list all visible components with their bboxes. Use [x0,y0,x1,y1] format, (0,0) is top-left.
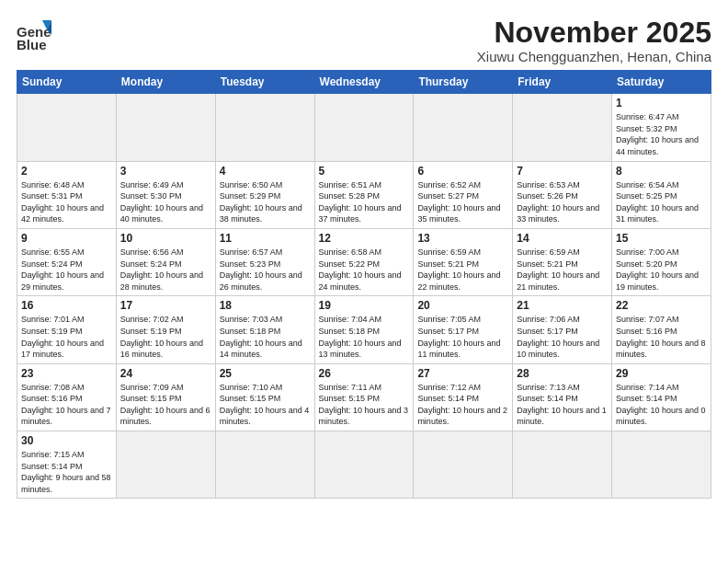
day-number: 14 [517,232,608,245]
table-row: 1Sunrise: 6:47 AM Sunset: 5:32 PM Daylig… [612,94,711,161]
week-row-3: 9Sunrise: 6:55 AM Sunset: 5:24 PM Daylig… [17,228,711,295]
location-title: Xiuwu Chengguanzhen, Henan, China [477,49,711,64]
table-row: 29Sunrise: 7:14 AM Sunset: 5:14 PM Dayli… [612,363,711,431]
table-row [314,431,414,499]
table-row: 5Sunrise: 6:51 AM Sunset: 5:28 PM Daylig… [314,161,414,228]
month-title: November 2025 [477,17,711,49]
day-info: Sunrise: 7:03 AM Sunset: 5:18 PM Dayligh… [220,314,311,360]
table-row [215,431,314,499]
day-info: Sunrise: 6:51 AM Sunset: 5:28 PM Dayligh… [319,179,410,225]
week-row-6: 30Sunrise: 7:15 AM Sunset: 5:14 PM Dayli… [17,431,711,499]
day-info: Sunrise: 7:01 AM Sunset: 5:19 PM Dayligh… [21,314,112,360]
day-number: 16 [21,299,112,312]
table-row: 6Sunrise: 6:52 AM Sunset: 5:27 PM Daylig… [414,161,513,228]
day-info: Sunrise: 6:50 AM Sunset: 5:29 PM Dayligh… [220,179,311,225]
header-monday: Monday [116,71,215,94]
table-row [414,431,513,499]
table-row: 16Sunrise: 7:01 AM Sunset: 5:19 PM Dayli… [17,296,117,363]
day-number: 3 [120,165,211,178]
table-row [314,94,414,161]
calendar-page: General Blue November 2025 Xiuwu Chenggu… [0,0,728,563]
table-row [215,94,314,161]
day-info: Sunrise: 7:13 AM Sunset: 5:14 PM Dayligh… [517,382,608,428]
header-tuesday: Tuesday [215,71,314,94]
table-row [116,94,215,161]
table-row: 13Sunrise: 6:59 AM Sunset: 5:21 PM Dayli… [414,228,513,295]
day-number: 9 [21,232,112,245]
header: General Blue November 2025 Xiuwu Chenggu… [17,17,711,64]
table-row: 4Sunrise: 6:50 AM Sunset: 5:29 PM Daylig… [215,161,314,228]
table-row [414,94,513,161]
day-info: Sunrise: 6:57 AM Sunset: 5:23 PM Dayligh… [220,247,311,293]
day-number: 20 [417,299,508,312]
day-number: 2 [21,165,112,178]
day-info: Sunrise: 7:07 AM Sunset: 5:16 PM Dayligh… [616,314,707,360]
day-number: 19 [319,299,410,312]
day-info: Sunrise: 6:48 AM Sunset: 5:31 PM Dayligh… [21,179,112,225]
week-row-5: 23Sunrise: 7:08 AM Sunset: 5:16 PM Dayli… [17,363,711,431]
table-row: 21Sunrise: 7:06 AM Sunset: 5:17 PM Dayli… [513,296,612,363]
table-row: 18Sunrise: 7:03 AM Sunset: 5:18 PM Dayli… [215,296,314,363]
day-number: 12 [319,232,410,245]
table-row: 28Sunrise: 7:13 AM Sunset: 5:14 PM Dayli… [513,363,612,431]
title-area: November 2025 Xiuwu Chengguanzhen, Henan… [477,17,711,64]
day-number: 23 [21,367,112,380]
day-info: Sunrise: 7:14 AM Sunset: 5:14 PM Dayligh… [616,382,707,428]
table-row [17,94,117,161]
week-row-1: 1Sunrise: 6:47 AM Sunset: 5:32 PM Daylig… [17,94,711,161]
day-info: Sunrise: 7:11 AM Sunset: 5:15 PM Dayligh… [319,382,410,428]
day-info: Sunrise: 7:06 AM Sunset: 5:17 PM Dayligh… [517,314,608,360]
header-saturday: Saturday [612,71,711,94]
day-number: 25 [220,367,311,380]
table-row: 14Sunrise: 6:59 AM Sunset: 5:21 PM Dayli… [513,228,612,295]
day-info: Sunrise: 6:59 AM Sunset: 5:21 PM Dayligh… [517,247,608,293]
day-info: Sunrise: 6:55 AM Sunset: 5:24 PM Dayligh… [21,247,112,293]
day-info: Sunrise: 6:59 AM Sunset: 5:21 PM Dayligh… [417,247,508,293]
day-number: 27 [417,367,508,380]
table-row: 7Sunrise: 6:53 AM Sunset: 5:26 PM Daylig… [513,161,612,228]
header-sunday: Sunday [17,71,117,94]
table-row: 24Sunrise: 7:09 AM Sunset: 5:15 PM Dayli… [116,363,215,431]
day-info: Sunrise: 6:49 AM Sunset: 5:30 PM Dayligh… [120,179,211,225]
table-row: 20Sunrise: 7:05 AM Sunset: 5:17 PM Dayli… [414,296,513,363]
day-number: 5 [319,165,410,178]
week-row-4: 16Sunrise: 7:01 AM Sunset: 5:19 PM Dayli… [17,296,711,363]
day-info: Sunrise: 7:02 AM Sunset: 5:19 PM Dayligh… [120,314,211,360]
day-number: 26 [319,367,410,380]
table-row: 19Sunrise: 7:04 AM Sunset: 5:18 PM Dayli… [314,296,414,363]
day-number: 28 [517,367,608,380]
day-info: Sunrise: 6:52 AM Sunset: 5:27 PM Dayligh… [417,179,508,225]
header-friday: Friday [513,71,612,94]
day-info: Sunrise: 7:05 AM Sunset: 5:17 PM Dayligh… [417,314,508,360]
day-number: 21 [517,299,608,312]
day-info: Sunrise: 7:10 AM Sunset: 5:15 PM Dayligh… [220,382,311,428]
day-number: 29 [616,367,707,380]
table-row: 30Sunrise: 7:15 AM Sunset: 5:14 PM Dayli… [17,431,117,499]
logo: General Blue [17,17,51,52]
table-row [513,94,612,161]
weekday-header-row: Sunday Monday Tuesday Wednesday Thursday… [17,71,711,94]
table-row: 11Sunrise: 6:57 AM Sunset: 5:23 PM Dayli… [215,228,314,295]
table-row: 3Sunrise: 6:49 AM Sunset: 5:30 PM Daylig… [116,161,215,228]
day-number: 7 [517,165,608,178]
day-number: 11 [220,232,311,245]
table-row: 22Sunrise: 7:07 AM Sunset: 5:16 PM Dayli… [612,296,711,363]
header-wednesday: Wednesday [314,71,414,94]
day-number: 15 [616,232,707,245]
table-row: 23Sunrise: 7:08 AM Sunset: 5:16 PM Dayli… [17,363,117,431]
day-info: Sunrise: 6:58 AM Sunset: 5:22 PM Dayligh… [319,247,410,293]
day-number: 22 [616,299,707,312]
table-row: 15Sunrise: 7:00 AM Sunset: 5:20 PM Dayli… [612,228,711,295]
day-number: 4 [220,165,311,178]
day-number: 18 [220,299,311,312]
day-info: Sunrise: 7:04 AM Sunset: 5:18 PM Dayligh… [319,314,410,360]
table-row [513,431,612,499]
day-number: 6 [417,165,508,178]
day-number: 1 [616,97,707,109]
day-number: 17 [120,299,211,312]
table-row: 26Sunrise: 7:11 AM Sunset: 5:15 PM Dayli… [314,363,414,431]
day-info: Sunrise: 7:12 AM Sunset: 5:14 PM Dayligh… [417,382,508,428]
logo-icon: General Blue [17,17,51,52]
table-row: 8Sunrise: 6:54 AM Sunset: 5:25 PM Daylig… [612,161,711,228]
day-info: Sunrise: 7:09 AM Sunset: 5:15 PM Dayligh… [120,382,211,428]
